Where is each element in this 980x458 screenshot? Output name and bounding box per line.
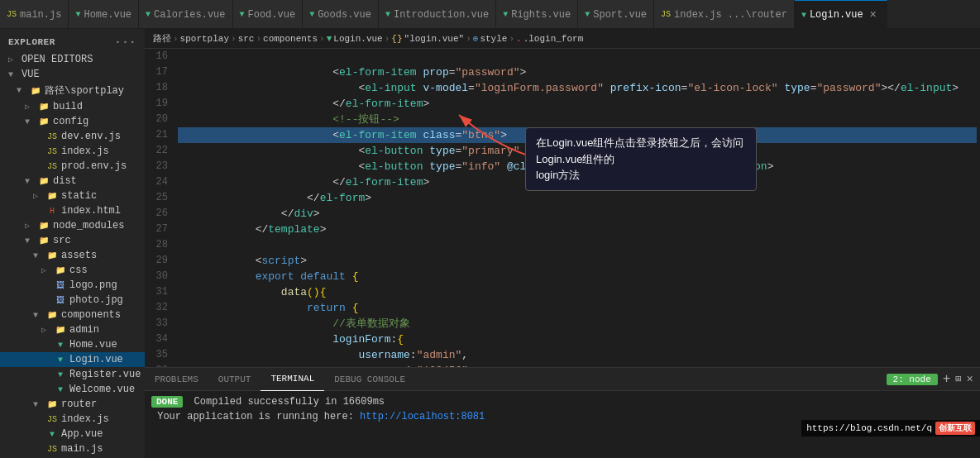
vue-icon: ▼ [146, 10, 151, 19]
new-terminal-icon[interactable]: + [943, 372, 951, 387]
folder-icon: 📁 [55, 325, 66, 335]
sidebar-item-assets[interactable]: ▼ 📁 assets [0, 248, 145, 263]
sidebar-item-index-html[interactable]: H index.html [0, 203, 145, 218]
sidebar-item-css[interactable]: ▷ 📁 css [0, 263, 145, 278]
sidebar-item-build[interactable]: ▷ 📁 build [0, 99, 145, 114]
sidebar-item-app-vue[interactable]: ▼ App.vue [0, 427, 145, 441]
vue-icon: ▼ [385, 10, 390, 19]
vue-breadcrumb-icon: ▼ [327, 34, 332, 44]
chevron-down-icon: ▼ [25, 236, 35, 246]
folder-icon: 📁 [30, 86, 41, 96]
sidebar-header: EXPLORER ··· [0, 29, 145, 52]
sidebar-item-index-config[interactable]: JS index.js [0, 144, 145, 159]
sidebar-item-logo[interactable]: 🖼 logo.png [0, 278, 145, 293]
image-icon: 🖼 [55, 280, 66, 290]
folder-icon: 📁 [46, 191, 58, 201]
csdn-url: https://blog.csdn.net/q [806, 423, 932, 433]
code-editor[interactable]: 1617181920 2122232425 2627282930 3132333… [145, 49, 980, 367]
split-terminal-icon[interactable]: ⊞ [955, 373, 961, 385]
sidebar-item-home-vue[interactable]: ▼ Home.vue [0, 337, 145, 352]
image-icon: 🖼 [55, 295, 66, 305]
js-icon: JS [46, 415, 58, 424]
panel-tab-bar: PROBLEMS OUTPUT TERMINAL DEBUG CONSOLE 2… [145, 368, 980, 391]
open-editors-label: OPEN EDITORS [22, 54, 93, 65]
breadcrumb: 路径 › sportplay › src › components › ▼ Lo… [145, 29, 980, 49]
sidebar-item-login-vue[interactable]: ▼ Login.vue [0, 352, 145, 367]
vue-icon: ▼ [55, 355, 66, 365]
tab-login-vue[interactable]: ▼ Login.vue × [795, 0, 887, 29]
folder-icon: 📁 [38, 117, 50, 126]
panel-tab-terminal[interactable]: TERMINAL [261, 368, 324, 391]
sidebar-item-node-modules[interactable]: ▷ 📁 node_modules [0, 218, 145, 233]
chevron-right-icon: ▷ [8, 55, 18, 64]
js-icon: JS [46, 162, 58, 171]
chevron-down-icon: ▼ [25, 117, 35, 126]
tab-sport-vue[interactable]: ▼ Sport.vue [578, 0, 654, 29]
sidebar-item-welcome-vue[interactable]: ▼ Welcome.vue [0, 382, 145, 397]
js-icon: JS [7, 10, 17, 19]
sidebar-item-admin[interactable]: ▷ 📁 admin [0, 322, 145, 337]
chevron-down-icon: ▼ [17, 86, 26, 95]
code-text[interactable]: <el-form-item prop="password"> <el-input… [174, 49, 980, 367]
chevron-down-icon: ▼ [25, 177, 35, 186]
vue-icon: ▼ [46, 430, 58, 439]
js-icon: JS [46, 132, 58, 141]
tab-food-vue[interactable]: ▼ Food.vue [233, 0, 304, 29]
sidebar: EXPLORER ··· ▷ OPEN EDITORS ▼ VUE ▼ 📁 路径… [0, 29, 145, 458]
sidebar-item-vue[interactable]: ▼ VUE [0, 67, 145, 82]
folder-icon: 📁 [55, 265, 66, 275]
tab-home-vue[interactable]: ▼ Home.vue [69, 0, 139, 29]
sidebar-item-components[interactable]: ▼ 📁 components [0, 308, 145, 322]
sidebar-item-src[interactable]: ▼ 📁 src [0, 233, 145, 248]
folder-icon: 📁 [38, 176, 50, 186]
sidebar-item-static-dist[interactable]: ▷ 📁 static [0, 188, 145, 203]
explorer-label: EXPLORER [8, 37, 55, 47]
sidebar-item-open-editors[interactable]: ▷ OPEN EDITORS [0, 52, 145, 67]
main-layout: EXPLORER ··· ▷ OPEN EDITORS ▼ VUE ▼ 📁 路径… [0, 29, 980, 458]
watermark: https://blog.csdn.net/q 创新互联 [801, 420, 980, 437]
tab-main-js[interactable]: JS main.js [0, 0, 69, 29]
panel-tab-debug-console[interactable]: DEBUG CONSOLE [324, 368, 415, 391]
folder-icon: 📁 [38, 102, 50, 112]
sidebar-item-config[interactable]: ▼ 📁 config [0, 114, 145, 129]
vue-icon: ▼ [75, 10, 80, 19]
vue-icon: ▼ [55, 385, 66, 394]
tab-rights-vue[interactable]: ▼ Rights.vue [496, 0, 578, 29]
tab-introduction-vue[interactable]: ▼ Introduction.vue [379, 0, 496, 29]
js-icon: JS [46, 445, 58, 454]
js-icon: JS [661, 10, 671, 19]
folder-icon: 📁 [46, 250, 58, 260]
annotation-bubble: 在Login.vue组件点击登录按钮之后，会访问Login.vue组件的logi… [525, 127, 757, 191]
tab-index-js-router[interactable]: JS index.js ...\router [654, 0, 795, 29]
sidebar-item-dev-env[interactable]: JS dev.env.js [0, 129, 145, 144]
sidebar-item-dist[interactable]: ▼ 📁 dist [0, 174, 145, 188]
tab-close-icon[interactable]: × [867, 8, 880, 21]
vue-icon: ▼ [801, 11, 806, 20]
chevron-right-icon: ▷ [25, 102, 35, 112]
folder-icon: 📁 [38, 221, 50, 231]
tab-goods-vue[interactable]: ▼ Goods.vue [303, 0, 379, 29]
vue-icon: ▼ [309, 10, 314, 19]
sidebar-item-prod-env[interactable]: JS prod.env.js [0, 159, 145, 174]
tab-calories-vue[interactable]: ▼ Calories.vue [139, 0, 232, 29]
sidebar-item-photo[interactable]: 🖼 photo.jpg [0, 293, 145, 308]
sidebar-item-router[interactable]: ▼ 📁 router [0, 397, 145, 412]
node-selector[interactable]: 2: node [887, 374, 938, 385]
code-line-16: <el-form-item prop="password"> [178, 49, 977, 64]
panel-tab-output[interactable]: OUTPUT [208, 368, 261, 391]
terminal-line-done: DONE Compiled successfully in 16609ms [151, 394, 973, 409]
vue-icon: ▼ [240, 10, 245, 19]
code-line-28: <script> [178, 237, 977, 253]
chevron-down-icon: ▼ [33, 400, 43, 409]
close-panel-icon[interactable]: × [967, 373, 973, 386]
csdn-logo: 创新互联 [935, 422, 975, 435]
sidebar-item-register-vue[interactable]: ▼ Register.vue [0, 367, 145, 382]
sidebar-item-main-js[interactable]: JS main.js [0, 441, 145, 456]
panel-tab-problems[interactable]: PROBLEMS [145, 368, 208, 391]
sidebar-item-router-index[interactable]: JS index.js [0, 412, 145, 427]
folder-icon: 📁 [46, 310, 58, 320]
vue-icon: ▼ [55, 370, 66, 379]
annotation-text: 在Login.vue组件点击登录按钮之后，会访问Login.vue组件的logi… [525, 127, 757, 191]
sidebar-item-sportplay[interactable]: ▼ 📁 路径\sportplay [0, 82, 145, 99]
more-options-icon[interactable]: ··· [114, 36, 136, 49]
